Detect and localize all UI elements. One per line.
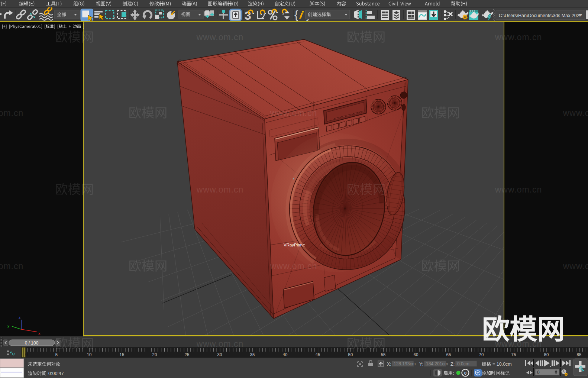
svg-text:www.om.cn: www.om.cn — [495, 185, 542, 194]
svg-text:www.om.cn: www.om.cn — [0, 108, 23, 118]
svg-text:www.om.cn: www.om.cn — [196, 185, 244, 194]
svg-text:www.om.cn: www.om.cn — [563, 261, 588, 271]
svg-text:www.om.cn: www.om.cn — [0, 261, 23, 271]
svg-text:www.om.cn: www.om.cn — [270, 261, 317, 271]
svg-text:www.om.cn: www.om.cn — [563, 108, 588, 118]
svg-text:www.om.cn: www.om.cn — [196, 339, 244, 349]
svg-text:www.om.cn: www.om.cn — [495, 32, 542, 42]
svg-text:www.om.cn: www.om.cn — [270, 108, 317, 118]
svg-text:www.om.cn: www.om.cn — [196, 32, 244, 42]
